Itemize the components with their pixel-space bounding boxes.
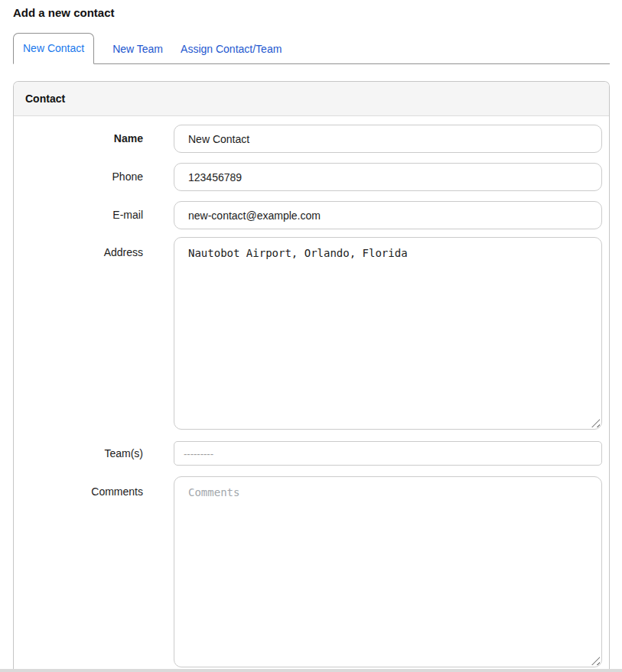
phone-label: Phone: [14, 170, 174, 184]
comments-label: Comments: [14, 476, 174, 499]
teams-row: Team(s) ---------: [14, 441, 602, 466]
teams-select[interactable]: ---------: [174, 441, 602, 466]
email-row: E-mail: [14, 201, 602, 229]
name-input[interactable]: [174, 125, 602, 153]
teams-label: Team(s): [14, 446, 174, 461]
tab-new-contact[interactable]: New Contact: [13, 33, 94, 64]
phone-row: Phone: [14, 163, 602, 191]
window-bottom-edge: [0, 669, 622, 672]
panel-header: Contact: [14, 82, 609, 116]
page-container: Add a new contact New Contact New Team A…: [0, 0, 622, 672]
teams-select-value: ---------: [184, 448, 213, 459]
name-label: Name: [14, 131, 174, 146]
page-title: Add a new contact: [13, 0, 610, 19]
phone-input[interactable]: [174, 163, 602, 191]
name-row: Name: [14, 125, 602, 153]
address-textarea[interactable]: Nautobot Airport, Orlando, Florida: [174, 237, 602, 430]
email-label: E-mail: [14, 208, 174, 222]
tab-new-team[interactable]: New Team: [104, 34, 171, 64]
tab-bar: New Contact New Team Assign Contact/Team: [13, 33, 610, 64]
tab-assign-contact-team[interactable]: Assign Contact/Team: [172, 34, 290, 64]
address-row: Address Nautobot Airport, Orlando, Flori…: [14, 237, 602, 430]
panel-body: Name Phone E-mail Address Nautobot Airpo…: [14, 116, 609, 672]
comments-textarea[interactable]: [174, 476, 602, 667]
email-input[interactable]: [174, 201, 602, 229]
address-label: Address: [14, 237, 174, 260]
comments-row: Comments: [14, 476, 602, 667]
contact-panel: Contact Name Phone E-mail Address Nautob…: [13, 81, 610, 672]
